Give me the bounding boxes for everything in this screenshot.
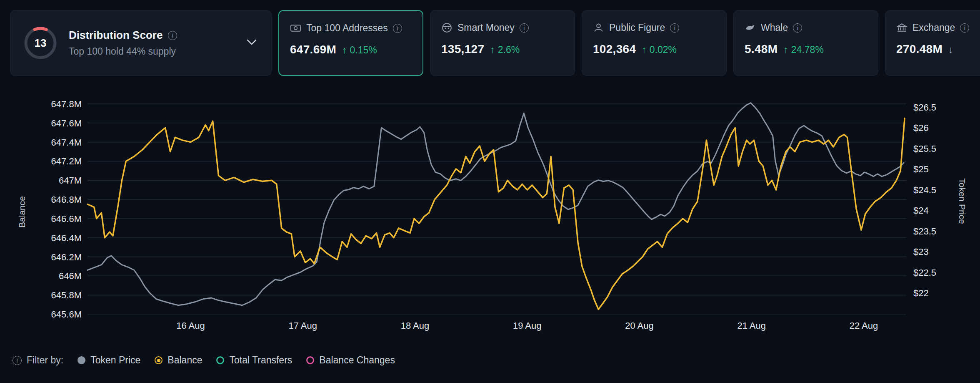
- svg-text:$23: $23: [913, 247, 929, 257]
- svg-text:$24: $24: [913, 205, 929, 216]
- svg-text:Balance: Balance: [17, 196, 27, 228]
- info-icon[interactable]: [793, 23, 802, 33]
- smart-money-icon: [441, 22, 452, 33]
- svg-text:$22.5: $22.5: [913, 267, 936, 278]
- svg-text:Token Price: Token Price: [958, 178, 967, 224]
- balance-marker-icon: [155, 356, 162, 364]
- whale-icon: [745, 22, 756, 33]
- svg-text:646.2M: 646.2M: [51, 252, 82, 262]
- svg-text:22 Aug: 22 Aug: [850, 320, 878, 331]
- svg-text:$22: $22: [913, 288, 929, 298]
- public-figure-icon: [593, 22, 604, 33]
- metric-card-smart-money[interactable]: Smart Money 135,127 ↑2.6%: [430, 10, 575, 76]
- metric-change: ↑0.02%: [642, 44, 677, 55]
- up-arrow-icon: ↑: [342, 45, 347, 56]
- info-icon[interactable]: [393, 24, 402, 33]
- info-icon[interactable]: [12, 356, 22, 365]
- info-icon[interactable]: [960, 23, 969, 33]
- svg-text:646.6M: 646.6M: [51, 214, 82, 224]
- svg-text:17 Aug: 17 Aug: [288, 320, 317, 331]
- legend-item-balance[interactable]: Balance: [155, 355, 202, 366]
- score-gauge: 13: [23, 25, 58, 60]
- svg-text:647M: 647M: [59, 175, 82, 186]
- svg-text:16 Aug: 16 Aug: [176, 320, 205, 331]
- svg-text:647.6M: 647.6M: [51, 118, 82, 129]
- total-transfers-marker-icon: [216, 356, 224, 364]
- metric-change: ↑24.78%: [783, 44, 824, 55]
- token-price-marker-icon: [78, 356, 85, 364]
- svg-text:645.6M: 645.6M: [51, 309, 82, 320]
- metric-value: 5.48M: [745, 43, 778, 56]
- legend-item-balance-changes[interactable]: Balance Changes: [306, 355, 395, 366]
- svg-text:646.4M: 646.4M: [51, 233, 82, 243]
- metric-value: 270.48M: [896, 43, 942, 56]
- info-icon[interactable]: [670, 23, 679, 33]
- metric-card-public-figure[interactable]: Public Figure 102,364 ↑0.02%: [582, 10, 727, 76]
- metric-value: 647.69M: [290, 43, 336, 56]
- legend-item-token-price[interactable]: Token Price: [78, 355, 140, 366]
- legend-bar: Filter by: Token Price Balance Total Tra…: [12, 355, 395, 366]
- metric-change: ↓: [948, 44, 956, 55]
- metric-label: Whale: [761, 22, 788, 33]
- metric-label: Smart Money: [458, 22, 515, 33]
- up-arrow-icon: ↑: [783, 44, 788, 55]
- banknote-icon: [290, 23, 301, 34]
- info-icon[interactable]: [168, 31, 177, 40]
- score-title: Distribution Score: [69, 29, 162, 42]
- metric-label: Public Figure: [609, 22, 665, 33]
- svg-text:$24.5: $24.5: [913, 185, 936, 195]
- up-arrow-icon: ↑: [642, 44, 647, 55]
- up-arrow-icon: ↑: [490, 44, 495, 55]
- metric-label: Top 100 Addresses: [306, 23, 388, 34]
- svg-text:647.8M: 647.8M: [51, 99, 82, 109]
- svg-text:$26: $26: [913, 123, 929, 133]
- metric-value: 135,127: [441, 43, 484, 56]
- svg-text:646.8M: 646.8M: [51, 194, 82, 205]
- metric-card-exchange[interactable]: Exchange 270.48M ↓: [885, 10, 980, 76]
- svg-text:$26.5: $26.5: [913, 102, 936, 113]
- svg-text:21 Aug: 21 Aug: [737, 320, 766, 331]
- svg-text:$25: $25: [913, 164, 929, 174]
- svg-text:$23.5: $23.5: [913, 226, 936, 237]
- metric-card-whale[interactable]: Whale 5.48M ↑24.78%: [733, 10, 878, 76]
- svg-text:647.4M: 647.4M: [51, 137, 82, 148]
- svg-text:647.2M: 647.2M: [51, 156, 82, 166]
- legend-item-total-transfers[interactable]: Total Transfers: [216, 355, 292, 366]
- balance-changes-marker-icon: [306, 356, 314, 364]
- metric-change: ↑2.6%: [490, 44, 520, 55]
- metric-value: 102,364: [593, 43, 636, 56]
- svg-text:19 Aug: 19 Aug: [513, 320, 542, 331]
- metric-card-top-100-addresses[interactable]: Top 100 Addresses 647.69M ↑0.15%: [278, 10, 423, 76]
- bank-icon: [896, 22, 908, 33]
- svg-text:646M: 646M: [59, 271, 82, 281]
- chevron-down-icon[interactable]: [246, 39, 257, 47]
- score-subtitle: Top 100 hold 44% supply: [69, 46, 235, 57]
- info-icon[interactable]: [520, 23, 529, 33]
- svg-text:$25.5: $25.5: [913, 144, 936, 154]
- metric-label: Exchange: [912, 22, 955, 33]
- chart-canvas[interactable]: 647.8M647.6M647.4M647.2M647M646.8M646.6M…: [0, 88, 980, 346]
- svg-text:20 Aug: 20 Aug: [625, 320, 654, 331]
- svg-text:645.8M: 645.8M: [51, 290, 82, 300]
- score-text: Distribution Score Top 100 hold 44% supp…: [69, 29, 235, 57]
- metric-cards-row: 13 Distribution Score Top 100 hold 44% s…: [10, 10, 980, 76]
- down-arrow-icon: ↓: [948, 44, 953, 55]
- distribution-score-card[interactable]: 13 Distribution Score Top 100 hold 44% s…: [10, 10, 272, 76]
- score-value: 13: [23, 25, 58, 60]
- token-analytics-dashboard: { "colors":{ "background":"#0a0f17","car…: [0, 0, 980, 383]
- filter-by-label: Filter by:: [12, 355, 63, 366]
- svg-text:18 Aug: 18 Aug: [401, 320, 430, 331]
- metric-change: ↑0.15%: [342, 45, 377, 56]
